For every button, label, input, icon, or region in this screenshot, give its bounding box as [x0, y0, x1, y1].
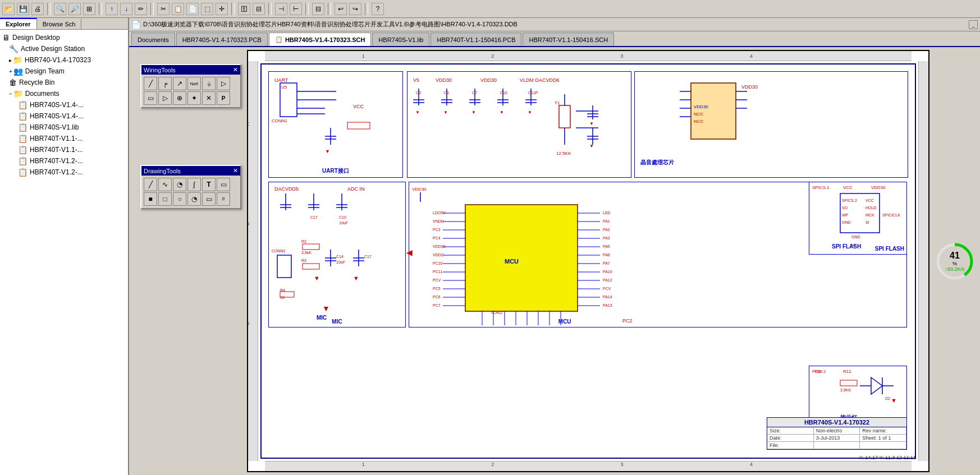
- tab-pcb1[interactable]: HBR740S-V1.4-170323.PCB: [176, 33, 268, 46]
- port-btn[interactable]: ▷: [217, 77, 230, 90]
- print-button[interactable]: 🖨: [31, 3, 44, 15]
- sidebar-item-sch1[interactable]: 📋 HBR740S-V1.4-...: [2, 99, 126, 110]
- sidebar-item-lib[interactable]: 📋 HBR740S-V1.lib: [2, 122, 126, 133]
- uart-svg: UART U5: [269, 72, 404, 178]
- compile-button[interactable]: ⊟: [312, 3, 324, 15]
- no-connect-btn[interactable]: ✕: [202, 91, 216, 105]
- sidebar-item-design-desktop[interactable]: 🖥 Design Desktop: [2, 32, 126, 43]
- zoom-in-button[interactable]: 🔍: [54, 3, 66, 15]
- line-tool-btn[interactable]: ╱: [144, 178, 157, 191]
- help-button[interactable]: ?: [372, 3, 384, 15]
- text2-tool-btn[interactable]: ▭: [217, 178, 230, 191]
- title-block-row-2: Date: 3-Jul-2013 Sheet: 1 of 1: [767, 435, 906, 442]
- svg-text:PC10: PC10: [433, 261, 443, 265]
- drawing-tools-title[interactable]: DrawingTools ✕: [141, 166, 240, 176]
- expand-docs-icon[interactable]: −: [9, 91, 12, 97]
- sidebar-item-sch4[interactable]: 📋 HBR740T-V1.2-...: [2, 167, 126, 178]
- svg-rect-92: [303, 264, 319, 269]
- svg-text:VDD30: VDD30: [694, 104, 708, 109]
- up-button[interactable]: ↑: [106, 3, 118, 15]
- svg-rect-40: [559, 105, 570, 128]
- tab-explorer[interactable]: Explorer: [0, 18, 37, 29]
- svg-text:MCK: MCK: [865, 213, 874, 217]
- roundrect-draw-btn[interactable]: ▭: [202, 192, 216, 206]
- rect-btn[interactable]: ▭: [144, 91, 157, 105]
- tab-pcb2[interactable]: HBR740T-V1.1-150416.PCB: [431, 33, 521, 46]
- select-button[interactable]: ⬚: [201, 3, 213, 15]
- edit-button[interactable]: ✏: [135, 3, 147, 15]
- wiring-tools-close[interactable]: ✕: [233, 66, 238, 73]
- bezier-tool-btn[interactable]: ∿: [158, 178, 172, 191]
- save-button[interactable]: 💾: [17, 3, 29, 15]
- power-btn[interactable]: ⏚: [202, 77, 216, 90]
- copy-button[interactable]: 📋: [172, 3, 184, 15]
- rect-draw-btn[interactable]: ■: [144, 192, 157, 206]
- zoom-fit-button[interactable]: ⊞: [83, 3, 95, 15]
- expand-hbr740-icon[interactable]: ▸: [9, 57, 12, 63]
- svg-text:▼: ▼: [589, 121, 594, 126]
- component-button[interactable]: ⚿: [238, 3, 250, 15]
- spline-tool-btn[interactable]: ∫: [187, 178, 201, 191]
- schematic-area[interactable]: WiringTools ✕ ╱ ╒ ↗ Net! ⏚ ▷ ▭ ▷ ⊕ ✦ ✕ P: [129, 47, 980, 475]
- zoom-out-button[interactable]: 🔎: [68, 3, 81, 15]
- tab-documents[interactable]: Documents: [131, 33, 175, 46]
- sidebar-item-sch2[interactable]: 📋 HBR740S-V1.4-...: [2, 110, 126, 122]
- ellipse-draw-btn[interactable]: ○: [173, 192, 186, 206]
- sidebar-item-pcb2[interactable]: 📋 HBR740T-V1.2-...: [2, 155, 126, 167]
- junction-btn[interactable]: ✦: [187, 91, 201, 105]
- array-draw-btn[interactable]: ⠿: [217, 192, 230, 206]
- text-tool-btn[interactable]: T: [202, 178, 216, 191]
- svg-rect-12: [347, 122, 370, 129]
- sidebar-item-sch3[interactable]: 📋 HBR740T-V1.1-...: [2, 144, 126, 155]
- tab-lib[interactable]: HBR740S-V1.lib: [372, 33, 429, 46]
- redo-button[interactable]: ↪: [349, 3, 361, 15]
- sidebar-item-pcb1[interactable]: 📋 HBR740T-V1.1-...: [2, 133, 126, 144]
- svg-text:C11P: C11P: [528, 91, 538, 95]
- path-minimize-button[interactable]: _: [969, 20, 978, 29]
- progress-indicator: 41 % ↑93.2K/s: [935, 242, 974, 281]
- sidebar-item-documents[interactable]: − 📁 Documents: [2, 88, 126, 99]
- cut-button[interactable]: ✂: [157, 3, 170, 15]
- tab-browse-sch[interactable]: Browse Sch: [37, 18, 82, 29]
- wiring-tools-title[interactable]: WiringTools ✕: [141, 65, 240, 75]
- pcb-layout-btn[interactable]: P: [217, 91, 230, 105]
- expand-team-icon[interactable]: +: [9, 68, 12, 75]
- square-draw-btn[interactable]: □: [158, 192, 172, 206]
- pin2-button[interactable]: ⊢: [290, 3, 302, 15]
- sch3-icon: 📋: [18, 145, 28, 154]
- svg-text:PC4: PC4: [433, 236, 441, 240]
- undo-button[interactable]: ↩: [335, 3, 347, 15]
- paste-button[interactable]: 📄: [186, 3, 199, 15]
- arc-tool-btn[interactable]: ◔: [173, 178, 186, 191]
- sidebar-item-design-team[interactable]: + 👥 Design Team: [2, 66, 126, 77]
- schematic-canvas[interactable]: 1 2 3 4 A B C 1 2 3 4: [247, 50, 929, 472]
- svg-text:NCC: NCC: [694, 112, 704, 117]
- tab-sch-active[interactable]: 📋 HBR740S-V1.4-170323.SCH: [269, 33, 371, 46]
- bus-branch-btn[interactable]: ⊕: [173, 91, 186, 105]
- move-button[interactable]: ✛: [216, 3, 228, 15]
- sidebar-item-recycle-bin[interactable]: 🗑 Recycle Bin: [2, 77, 126, 88]
- svg-text:PA1: PA1: [603, 219, 610, 223]
- svg-text:WP: WP: [842, 213, 849, 217]
- open-button[interactable]: 📂: [2, 3, 15, 15]
- drawing-tools-close[interactable]: ✕: [233, 167, 238, 174]
- bus-tool-btn[interactable]: ╒: [158, 77, 172, 90]
- net-label-btn[interactable]: Net!: [187, 77, 201, 90]
- svg-text:PC5: PC5: [433, 287, 441, 290]
- sidebar-item-hbr740[interactable]: ▸ 📁 HBR740-V1.4-170323: [2, 54, 126, 66]
- recycle-bin-icon: 🗑: [9, 78, 17, 87]
- netlist-button[interactable]: ⊟: [253, 3, 265, 15]
- pie-draw-btn[interactable]: ◔: [187, 192, 201, 206]
- poly-btn[interactable]: ▷: [158, 91, 172, 105]
- tab-sch2[interactable]: HBR740T-V1.1-150416.SCH: [523, 33, 614, 46]
- wiring-tools-box: WiringTools ✕ ╱ ╒ ↗ Net! ⏚ ▷ ▭ ▷ ⊕ ✦ ✕ P: [140, 64, 241, 108]
- svg-text:PC6: PC6: [433, 295, 441, 299]
- bus-entry-btn[interactable]: ↗: [173, 77, 186, 90]
- title-block-row-3: File:: [767, 442, 906, 449]
- design-desktop-icon: 🖥: [2, 33, 10, 42]
- svg-text:PA3: PA3: [603, 236, 610, 240]
- wire-tool-btn[interactable]: ╱: [144, 77, 157, 90]
- down-button[interactable]: ↓: [120, 3, 132, 15]
- pin-button[interactable]: ⊣: [275, 3, 287, 15]
- sidebar-item-active-station[interactable]: 🔧 Active Design Station: [2, 43, 126, 54]
